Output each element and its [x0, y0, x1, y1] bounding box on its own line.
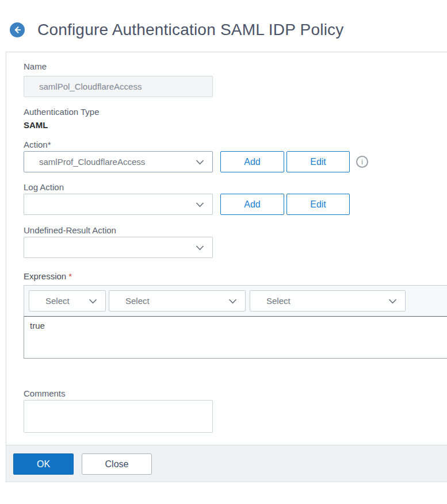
arrow-left-icon: [13, 26, 22, 34]
log-action-row: Add Edit: [24, 194, 447, 215]
select-placeholder: Select: [250, 296, 291, 306]
expression-label: Expression*: [24, 271, 447, 282]
undefined-result-action-select[interactable]: [24, 237, 213, 258]
action-edit-button[interactable]: Edit: [286, 151, 350, 172]
chevron-down-icon: [89, 299, 97, 304]
comments-label: Comments: [24, 388, 447, 399]
log-action-select[interactable]: [24, 194, 213, 215]
select-placeholder: Select: [29, 296, 70, 306]
footer-bar: OK Close: [6, 445, 447, 482]
config-panel: Name Authentication Type SAML Action* sa…: [6, 52, 447, 482]
name-label: Name: [24, 61, 447, 72]
expression-operator-select-2[interactable]: Select: [109, 290, 246, 311]
expression-textarea[interactable]: true: [24, 317, 447, 359]
expression-operator-select-1[interactable]: Select: [29, 290, 106, 311]
info-icon-glyph: i: [361, 157, 363, 166]
required-asterisk: *: [68, 271, 72, 281]
back-button[interactable]: [10, 22, 25, 37]
log-action-label: Log Action: [24, 182, 447, 193]
select-placeholder: Select: [109, 296, 150, 306]
comments-textarea[interactable]: [24, 400, 213, 433]
name-input[interactable]: [24, 76, 213, 97]
chevron-down-icon: [228, 299, 237, 304]
authentication-type-value: SAML: [24, 120, 447, 130]
expression-label-text: Expression: [24, 271, 66, 281]
log-action-edit-button[interactable]: Edit: [286, 194, 350, 215]
log-action-add-button[interactable]: Add: [220, 194, 284, 215]
info-icon[interactable]: i: [356, 156, 368, 168]
authentication-type-label: Authentication Type: [24, 106, 447, 117]
expression-operator-select-3[interactable]: Select: [250, 290, 406, 311]
action-select-value: samlProf_CloudflareAccess: [24, 157, 145, 167]
chevron-down-icon: [196, 202, 204, 207]
chevron-down-icon: [196, 245, 204, 251]
action-row: samlProf_CloudflareAccess Add Edit i: [24, 151, 447, 172]
action-add-button[interactable]: Add: [220, 151, 284, 172]
undefined-result-action-label: Undefined-Result Action: [24, 225, 447, 236]
chevron-down-icon: [196, 160, 204, 165]
expression-builder: Select Select Select: [24, 285, 447, 359]
undefined-result-action-row: [24, 237, 447, 258]
page-header: Configure Authentication SAML IDP Policy: [0, 0, 447, 42]
action-select[interactable]: samlProf_CloudflareAccess: [24, 151, 213, 172]
chevron-down-icon: [388, 299, 397, 304]
ok-button[interactable]: OK: [13, 453, 74, 475]
page-title: Configure Authentication SAML IDP Policy: [37, 21, 344, 39]
expression-toolbar: Select Select Select: [24, 285, 447, 317]
close-button[interactable]: Close: [82, 453, 152, 475]
action-label: Action*: [24, 139, 447, 150]
